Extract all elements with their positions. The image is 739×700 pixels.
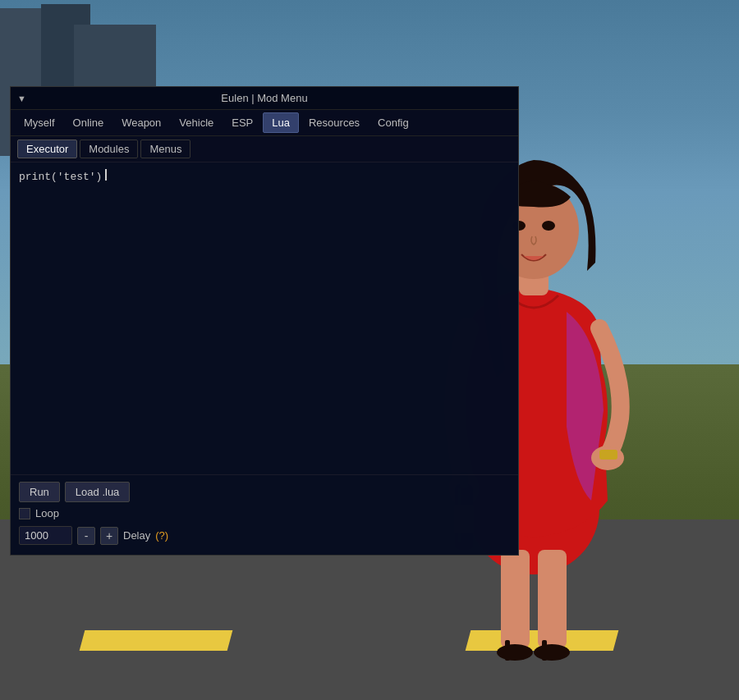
main-nav: Myself Online Weapon Vehicle ESP Lua Res… — [11, 110, 518, 136]
delay-plus-button[interactable]: + — [100, 527, 118, 545]
sub-nav: Executor Modules Menus — [11, 136, 518, 162]
load-lua-button[interactable]: Load .lua — [65, 482, 131, 502]
svg-rect-14 — [599, 450, 617, 460]
sub-nav-menus[interactable]: Menus — [140, 140, 190, 158]
delay-label: Delay — [123, 529, 150, 542]
svg-rect-18 — [542, 640, 547, 661]
mod-menu-window: ▼ Eulen | Mod Menu Myself Online Weapon … — [10, 86, 519, 556]
nav-item-config[interactable]: Config — [370, 113, 417, 132]
svg-point-16 — [534, 644, 570, 661]
delay-row: - + Delay (?) — [19, 526, 510, 545]
sub-nav-executor[interactable]: Executor — [17, 140, 77, 158]
bottom-controls: Run Load .lua Loop - + Delay (?) — [11, 474, 518, 555]
svg-rect-17 — [505, 640, 510, 661]
nav-item-esp[interactable]: ESP — [223, 113, 261, 132]
delay-minus-button[interactable]: - — [77, 527, 95, 545]
delay-help-icon[interactable]: (?) — [155, 529, 168, 542]
text-cursor — [105, 169, 107, 181]
sub-nav-modules[interactable]: Modules — [80, 140, 138, 158]
road-line-left — [80, 630, 233, 651]
svg-rect-3 — [538, 550, 567, 648]
svg-rect-2 — [501, 550, 530, 648]
run-controls-row: Run Load .lua — [19, 482, 510, 502]
title-bar: ▼ Eulen | Mod Menu — [11, 87, 518, 110]
loop-controls-row: Loop — [19, 507, 510, 519]
nav-item-vehicle[interactable]: Vehicle — [171, 113, 222, 132]
delay-input[interactable] — [19, 526, 72, 545]
lua-editor[interactable]: print('test') — [11, 162, 518, 474]
nav-item-resources[interactable]: Resources — [301, 113, 368, 132]
collapse-arrow[interactable]: ▼ — [17, 94, 26, 103]
loop-checkbox[interactable] — [19, 508, 30, 519]
nav-item-lua[interactable]: Lua — [263, 112, 299, 133]
svg-point-15 — [497, 644, 533, 661]
editor-text: print('test') — [19, 169, 102, 185]
svg-point-7 — [542, 221, 555, 231]
nav-item-weapon[interactable]: Weapon — [113, 113, 169, 132]
window-title: Eulen | Mod Menu — [221, 92, 307, 104]
nav-item-myself[interactable]: Myself — [16, 113, 63, 132]
loop-checkbox-wrapper: Loop — [19, 507, 59, 519]
run-button[interactable]: Run — [19, 482, 60, 502]
loop-label: Loop — [35, 507, 59, 519]
nav-item-online[interactable]: Online — [65, 113, 112, 132]
